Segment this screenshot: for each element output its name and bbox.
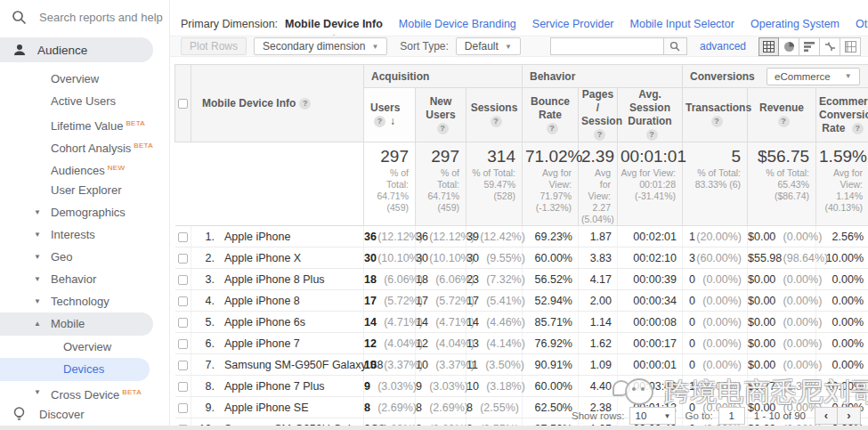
sidebar-item-active-users[interactable]: Active Users	[0, 90, 169, 112]
chevron-down-icon[interactable]: ▼	[34, 290, 41, 312]
question-icon[interactable]: ?	[437, 123, 449, 134]
chevron-down-icon[interactable]: ▼	[34, 223, 41, 246]
question-icon[interactable]: ?	[711, 116, 723, 127]
row-checkbox[interactable]	[178, 361, 188, 370]
device-cell[interactable]: 2.Apple iPhone X	[191, 247, 364, 269]
sort-desc-icon[interactable]: ↓	[390, 115, 395, 127]
sidebar-item-interests[interactable]: ▼Interests	[0, 223, 169, 246]
sidebar-item-cross-device[interactable]: ▼Cross DeviceBETA	[0, 381, 169, 403]
chevron-down-icon[interactable]: ▼	[34, 201, 41, 223]
summary-cell-avg-session-duration: 00:01:01Avg for View: 00:01:28 (-31.41%)	[618, 142, 683, 226]
row-checkbox-cell	[175, 290, 191, 312]
sidebar-item-cohort-analysis[interactable]: Cohort AnalysisBETA	[0, 134, 169, 157]
dimension-link-operating-system[interactable]: Operating System	[750, 18, 840, 30]
sidebar-search[interactable]: Search reports and help	[0, 0, 169, 33]
new-users-cell: 10(3.37%)	[416, 354, 466, 376]
row-checkbox[interactable]	[178, 232, 188, 242]
sidebar-item-technology[interactable]: ▼Technology	[0, 290, 169, 312]
dimension-link-service-provider[interactable]: Service Provider	[532, 18, 614, 30]
sidebar-item-demographics[interactable]: ▼Demographics	[0, 201, 169, 223]
column-header-avg-session-duration[interactable]: Avg. Session Duration ?	[618, 88, 683, 142]
revenue-cell: $55.98(98.64%)	[748, 247, 816, 269]
transactions-cell: 0(0.00%)	[683, 354, 748, 376]
device-column-header[interactable]: Mobile Device Info?	[191, 65, 364, 142]
percentage-view-icon[interactable]	[779, 37, 799, 56]
column-header-transactions[interactable]: Transactions?	[683, 88, 748, 142]
view-toggle-group	[758, 37, 861, 56]
device-cell[interactable]: 4.Apple iPhone 8	[191, 290, 364, 312]
column-header-bounce-rate[interactable]: Bounce Rate?	[523, 88, 579, 142]
show-rows-dropdown[interactable]: 10▼	[629, 407, 676, 425]
row-checkbox[interactable]	[178, 254, 188, 264]
summary-row: 297% of Total: 64.71% (459)297% of Total…	[175, 142, 868, 226]
row-checkbox[interactable]	[178, 275, 188, 285]
sidebar-item-devices[interactable]: Devices	[0, 358, 150, 381]
chevron-up-icon[interactable]: ▲	[34, 312, 41, 336]
chevron-down-icon[interactable]: ▼	[34, 246, 41, 268]
device-cell[interactable]: 6.Apple iPhone 7	[191, 333, 364, 354]
sidebar-item-overview[interactable]: Overview	[0, 336, 169, 358]
sidebar-item-audiences[interactable]: AudiencesNEW	[0, 157, 169, 179]
row-checkbox[interactable]	[178, 339, 188, 349]
secondary-dimension-button[interactable]: Secondary dimension▼	[254, 37, 387, 55]
goto-page-input[interactable]	[718, 407, 745, 425]
column-header-sessions[interactable]: Sessions?	[466, 88, 523, 142]
row-checkbox[interactable]	[178, 296, 188, 306]
select-all-checkbox[interactable]	[178, 99, 188, 109]
pivot-view-icon[interactable]	[840, 37, 861, 56]
sidebar-item-mobile[interactable]: ▲Mobile	[0, 312, 153, 336]
table-view-icon[interactable]	[758, 37, 779, 56]
dimension-link-mobile-input-selector[interactable]: Mobile Input Selector	[630, 18, 734, 30]
sidebar-item-label: User Explorer	[51, 183, 121, 197]
advanced-search-link[interactable]: advanced	[700, 40, 746, 53]
conversions-goal-dropdown[interactable]: eCommerce▼	[767, 68, 860, 85]
sidebar-item-geo[interactable]: ▼Geo	[0, 246, 169, 268]
column-header-pages-session[interactable]: Pages / Session?	[579, 88, 618, 142]
comparison-view-icon[interactable]	[820, 37, 840, 56]
prev-page-button[interactable]: ‹	[815, 407, 838, 425]
avg-session-duration-cell: 00:00:17	[618, 333, 683, 354]
device-cell[interactable]: 8.Apple iPhone 7 Plus	[191, 376, 364, 397]
row-checkbox[interactable]	[178, 403, 188, 413]
question-icon[interactable]: ?	[491, 116, 502, 127]
table-search-input[interactable]	[550, 37, 664, 55]
column-header-users[interactable]: Users?↓	[364, 88, 416, 142]
device-cell[interactable]: 5.Apple iPhone 6s	[191, 312, 364, 333]
question-icon[interactable]: ?	[299, 98, 311, 110]
device-cell[interactable]: 1.Apple iPhone	[191, 226, 364, 247]
column-header-revenue[interactable]: Revenue ?	[748, 88, 816, 142]
device-cell[interactable]: 3.Apple iPhone 8 Plus	[191, 269, 364, 290]
sidebar-item-lifetime-value[interactable]: Lifetime ValueBETA	[0, 112, 169, 134]
sidebar-item-behavior[interactable]: ▼Behavior	[0, 268, 169, 290]
dimension-other-dropdown[interactable]: Other ▼	[856, 18, 868, 30]
question-icon[interactable]: ?	[547, 123, 558, 134]
device-cell[interactable]: 9.Apple iPhone SE	[191, 397, 364, 418]
question-icon[interactable]: ?	[594, 129, 605, 141]
summary-value: 00:01:01	[621, 147, 676, 166]
sort-type-dropdown[interactable]: Default▼	[456, 37, 521, 55]
sidebar-item-audience[interactable]: Audience	[0, 37, 153, 62]
question-icon[interactable]: ?	[778, 116, 790, 127]
row-checkbox[interactable]	[178, 382, 188, 392]
conversion-rate-cell: 0.00%	[816, 333, 868, 354]
device-cell[interactable]: 7.Samsung SM-G950F Galaxy S8	[191, 354, 364, 376]
sidebar-item-overview[interactable]: Overview	[0, 68, 169, 90]
question-icon[interactable]: ?	[374, 116, 385, 127]
performance-view-icon[interactable]	[799, 37, 820, 56]
chevron-down-icon[interactable]: ▼	[34, 268, 41, 290]
sidebar-item-user-explorer[interactable]: User Explorer	[0, 179, 169, 201]
table-search-button[interactable]	[664, 37, 687, 55]
chevron-down-icon[interactable]: ▼	[34, 381, 41, 403]
column-header-new-users[interactable]: New Users?	[416, 88, 466, 142]
dimension-link-mobile-device-branding[interactable]: Mobile Device Branding	[399, 18, 516, 30]
question-icon[interactable]: ?	[852, 123, 864, 134]
bounce-rate-cell: 85.71%	[523, 312, 579, 333]
sessions-cell: 30(9.55%)	[466, 247, 523, 269]
next-page-button[interactable]: ›	[838, 407, 861, 425]
row-checkbox[interactable]	[178, 318, 188, 328]
sidebar-item-discover[interactable]: Discover	[0, 406, 85, 422]
dimension-tab-selected[interactable]: Mobile Device Info	[285, 18, 383, 30]
column-header-ecommerce-conversion-rate[interactable]: Ecommerce Conversion Rate ?	[816, 88, 868, 142]
question-icon[interactable]: ?	[646, 129, 658, 141]
plot-rows-button[interactable]: Plot Rows	[181, 37, 247, 55]
